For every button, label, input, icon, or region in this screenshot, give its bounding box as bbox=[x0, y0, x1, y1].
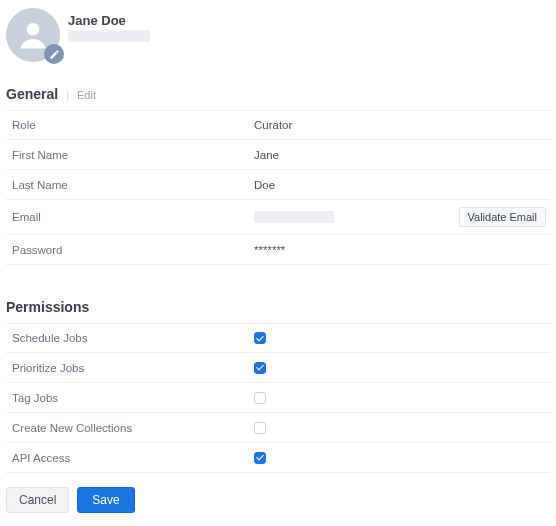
checkbox-create-new-collections[interactable] bbox=[254, 422, 266, 434]
row-schedule-jobs: Schedule Jobs bbox=[6, 323, 550, 353]
email-redacted bbox=[254, 211, 334, 223]
checkbox-prioritize-jobs[interactable] bbox=[254, 362, 266, 374]
general-section-header: General | Edit bbox=[6, 86, 550, 102]
label-prioritize-jobs: Prioritize Jobs bbox=[6, 362, 254, 374]
avatar bbox=[6, 8, 60, 62]
value-first-name: Jane bbox=[254, 149, 550, 161]
row-api-access: API Access bbox=[6, 443, 550, 473]
label-first-name: First Name bbox=[6, 149, 254, 161]
divider: | bbox=[66, 89, 69, 101]
row-prioritize-jobs: Prioritize Jobs bbox=[6, 353, 550, 383]
validate-email-button[interactable]: Validate Email bbox=[459, 207, 547, 227]
label-email: Email bbox=[6, 211, 254, 223]
value-last-name: Doe bbox=[254, 179, 550, 191]
profile-email-redacted bbox=[68, 30, 150, 42]
value-role: Curator bbox=[254, 119, 550, 131]
value-password: ******* bbox=[254, 244, 550, 256]
button-row: Cancel Save bbox=[6, 487, 550, 513]
general-table: Role Curator First Name Jane Last Name D… bbox=[6, 110, 550, 265]
profile-info: Jane Doe bbox=[68, 13, 150, 45]
permissions-section-header: Permissions bbox=[6, 299, 550, 315]
label-api-access: API Access bbox=[6, 452, 254, 464]
row-role: Role Curator bbox=[6, 110, 550, 140]
label-password: Password bbox=[6, 244, 254, 256]
save-button[interactable]: Save bbox=[77, 487, 134, 513]
row-tag-jobs: Tag Jobs bbox=[6, 383, 550, 413]
row-email: Email Validate Email bbox=[6, 200, 550, 235]
label-last-name: Last Name bbox=[6, 179, 254, 191]
checkbox-schedule-jobs[interactable] bbox=[254, 332, 266, 344]
row-last-name: Last Name Doe bbox=[6, 170, 550, 200]
checkbox-api-access[interactable] bbox=[254, 452, 266, 464]
row-create-new-collections: Create New Collections bbox=[6, 413, 550, 443]
row-first-name: First Name Jane bbox=[6, 140, 550, 170]
row-password: Password ******* bbox=[6, 235, 550, 265]
permissions-table: Schedule Jobs Prioritize Jobs Tag Jobs C… bbox=[6, 323, 550, 473]
general-title: General bbox=[6, 86, 58, 102]
profile-name: Jane Doe bbox=[68, 13, 150, 28]
svg-point-0 bbox=[27, 23, 40, 36]
cancel-button[interactable]: Cancel bbox=[6, 487, 69, 513]
edit-link[interactable]: Edit bbox=[77, 89, 96, 101]
label-create-new-collections: Create New Collections bbox=[6, 422, 254, 434]
label-tag-jobs: Tag Jobs bbox=[6, 392, 254, 404]
label-schedule-jobs: Schedule Jobs bbox=[6, 332, 254, 344]
pencil-icon bbox=[49, 49, 60, 60]
profile-header: Jane Doe bbox=[6, 8, 550, 62]
value-email bbox=[254, 211, 459, 223]
checkbox-tag-jobs[interactable] bbox=[254, 392, 266, 404]
permissions-title: Permissions bbox=[6, 299, 89, 315]
edit-avatar-button[interactable] bbox=[44, 44, 64, 64]
label-role: Role bbox=[6, 119, 254, 131]
